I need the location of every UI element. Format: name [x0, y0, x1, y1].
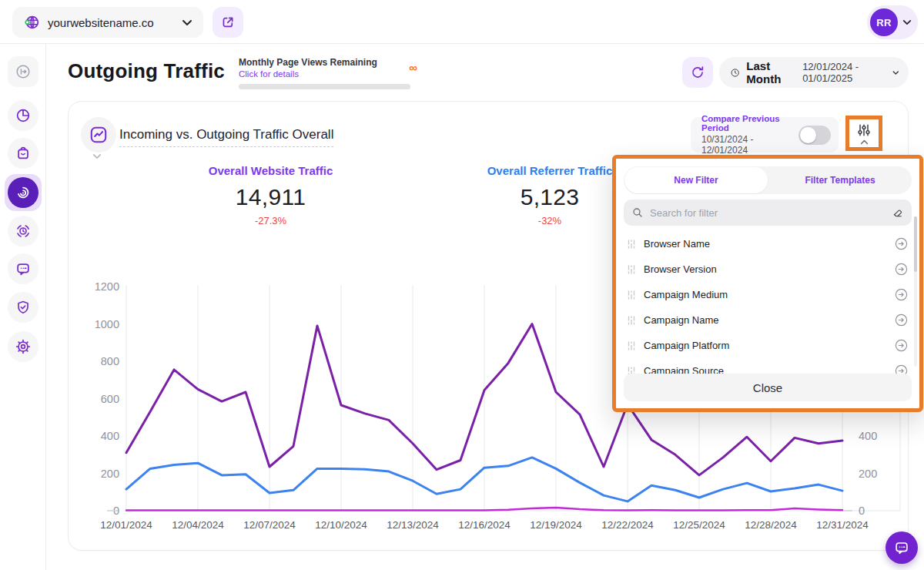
svg-text:12/16/2024: 12/16/2024: [458, 519, 511, 531]
svg-text:200: 200: [101, 468, 119, 480]
chart-title: Incoming vs. Outgoing Traffic Overall: [119, 127, 333, 147]
tab-filter-templates[interactable]: Filter Templates: [768, 166, 912, 194]
filter-search: [624, 200, 912, 226]
chevron-down-icon: [892, 70, 899, 75]
search-icon: [631, 206, 644, 219]
open-website-button[interactable]: [213, 7, 243, 38]
stat-label: Overall Website Traffic: [161, 164, 380, 177]
drag-handle-icon[interactable]: [627, 341, 636, 350]
shield-check-icon: [15, 299, 32, 316]
support-chat-button[interactable]: [886, 531, 918, 564]
svg-text:12/04/2024: 12/04/2024: [172, 519, 224, 531]
svg-text:800: 800: [101, 355, 119, 367]
tab-new-filter[interactable]: New Filter: [624, 167, 768, 193]
filter-item-label: Campaign Medium: [644, 289, 894, 300]
date-range-selector[interactable]: Last Month 12/01/2024 - 01/01/2025: [719, 57, 909, 88]
filter-button-annotated[interactable]: [845, 116, 882, 151]
external-link-icon: [220, 15, 236, 30]
svg-text:400: 400: [101, 430, 119, 442]
sidebar-item-dashboard[interactable]: [8, 100, 38, 131]
range-dates: 12/01/2024 - 01/01/2025: [802, 61, 888, 84]
website-selector[interactable]: yourwebsitename.co: [12, 7, 203, 38]
sidebar-item-security[interactable]: [8, 292, 38, 323]
arrow-right-circle-icon[interactable]: [894, 338, 909, 353]
arrow-right-circle-icon[interactable]: [894, 262, 909, 277]
filter-item-browser-name[interactable]: Browser Name: [624, 231, 913, 256]
filter-search-input[interactable]: [650, 207, 891, 219]
svg-text:0: 0: [859, 505, 865, 517]
filter-item-label: Browser Version: [644, 263, 894, 275]
app-root: yourwebsitename.co RR: [0, 0, 924, 570]
filter-list-scrollbar[interactable]: [914, 216, 917, 367]
line-chart-icon: [89, 125, 109, 145]
chevron-down-icon: [182, 19, 192, 26]
topbar: yourwebsitename.co RR: [0, 0, 924, 44]
svg-text:12/25/2024: 12/25/2024: [673, 519, 725, 531]
svg-text:12/13/2024: 12/13/2024: [387, 519, 439, 531]
page-title: Outgoing Traffic: [68, 59, 225, 83]
chevron-down-icon: [902, 19, 912, 25]
sidebar-item-settings[interactable]: [8, 331, 38, 362]
avatar: RR: [870, 8, 898, 36]
filter-item-label: Campaign Platform: [644, 340, 894, 351]
svg-text:12/19/2024: 12/19/2024: [530, 519, 582, 531]
filter-item-label: Browser Name: [644, 238, 894, 250]
svg-text:1200: 1200: [95, 280, 119, 293]
site-favicon-globe-icon: [23, 14, 40, 31]
shopping-bag-icon: [15, 145, 32, 162]
compare-toggle[interactable]: [798, 126, 831, 145]
svg-text:12/01/2024: 12/01/2024: [100, 519, 152, 531]
svg-text:1000: 1000: [95, 318, 119, 330]
sidebar-item-traffic-active[interactable]: [5, 174, 42, 211]
sidebar-item-goals[interactable]: [8, 216, 38, 246]
range-label: Last Month: [746, 59, 795, 86]
sidebar-item-messages[interactable]: [8, 253, 38, 284]
website-name: yourwebsitename.co: [48, 16, 182, 29]
gear-icon: [15, 338, 32, 355]
collapse-arrow-icon: [15, 63, 32, 80]
svg-text:12/31/2024: 12/31/2024: [816, 519, 869, 531]
compare-dates: 10/31/2024 - 12/01/2024: [701, 134, 798, 156]
filter-panel: New Filter Filter Templates Browser Name…: [612, 155, 923, 412]
filter-item-label: Campaign Name: [644, 314, 894, 326]
eraser-icon[interactable]: [891, 206, 904, 220]
arrow-right-circle-icon[interactable]: [894, 287, 909, 302]
quota-progress-bar: [239, 84, 410, 89]
clock-icon: [730, 66, 740, 79]
refresh-button[interactable]: [682, 57, 713, 88]
sidebar: [0, 44, 46, 570]
filter-list: Browser Name Browser Version Campaign Me…: [624, 231, 913, 384]
close-filter-panel-button[interactable]: Close: [624, 374, 912, 401]
filter-item-browser-version[interactable]: Browser Version: [624, 256, 913, 282]
drag-handle-icon[interactable]: [627, 265, 636, 274]
radar-traffic-icon: [15, 184, 32, 201]
quota-label: Monthly Page Views Remaining: [239, 57, 416, 68]
drag-handle-icon[interactable]: [627, 290, 636, 300]
chevron-down-icon[interactable]: [92, 153, 102, 159]
pie-chart-icon: [15, 107, 32, 124]
compare-label: Compare Previous Period: [701, 114, 798, 132]
filter-item-campaign-medium[interactable]: Campaign Medium: [624, 282, 913, 307]
drag-handle-icon[interactable]: [627, 316, 636, 325]
refresh-icon: [690, 65, 705, 80]
svg-text:12/10/2024: 12/10/2024: [315, 519, 367, 531]
arrow-right-circle-icon[interactable]: [894, 236, 909, 251]
svg-text:600: 600: [101, 393, 119, 405]
drag-handle-icon[interactable]: [627, 240, 636, 249]
filter-item-campaign-platform[interactable]: Campaign Platform: [624, 333, 913, 358]
filter-item-campaign-name[interactable]: Campaign Name: [624, 307, 913, 333]
compare-previous-period: Compare Previous Period 10/31/2024 - 12/…: [691, 117, 839, 153]
stat-delta: -27.3%: [161, 215, 380, 226]
svg-text:12/28/2024: 12/28/2024: [745, 519, 797, 531]
arrow-right-circle-icon[interactable]: [894, 313, 909, 327]
focus-clock-icon: [15, 223, 32, 240]
chart-type-button[interactable]: [81, 117, 116, 153]
sidebar-item-store[interactable]: [8, 138, 38, 169]
quota-details-link[interactable]: Click for details: [239, 69, 416, 79]
quota-infinity-value: ∞: [409, 61, 417, 74]
sidebar-collapse-button[interactable]: [8, 56, 38, 87]
svg-text:400: 400: [859, 430, 877, 442]
chevron-up-icon: [860, 139, 869, 145]
account-menu[interactable]: RR: [867, 5, 918, 39]
chat-bubble-icon: [15, 260, 32, 277]
